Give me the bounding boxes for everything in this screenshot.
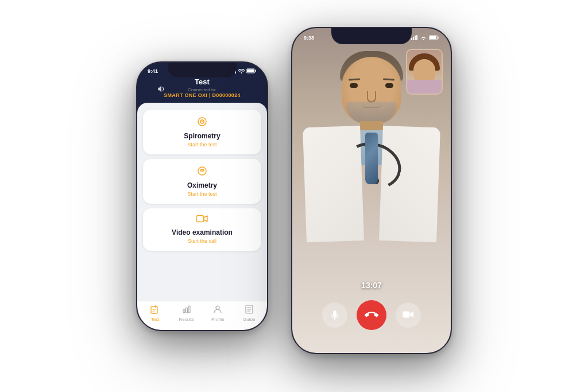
svg-rect-18 — [411, 38, 412, 40]
svg-rect-12 — [151, 306, 157, 313]
status-time-1: 9:41 — [148, 68, 158, 74]
app-content: Spirometry Start the test Oximetry Start… — [137, 103, 267, 301]
spirometry-title: Spirometry — [184, 132, 220, 140]
battery-icon-2 — [429, 35, 439, 40]
video-card[interactable]: Video examination Start the call — [143, 208, 261, 251]
coat-left — [303, 126, 364, 242]
oximetry-icon — [197, 166, 207, 178]
status-time-2: 9:38 — [304, 35, 314, 41]
mute-button[interactable] — [322, 302, 347, 328]
nav-guide[interactable]: Guide — [238, 305, 261, 322]
pip-body — [406, 80, 443, 95]
svg-point-10 — [202, 170, 203, 172]
call-time: 13:07 — [361, 281, 382, 290]
video-title: Video examination — [172, 228, 233, 236]
scene: 9:41 — [136, 38, 452, 354]
spirometry-sub: Start the test — [187, 142, 216, 148]
video-icon — [196, 215, 208, 226]
profile-nav-icon — [213, 305, 222, 316]
bottom-nav: Test Results — [137, 301, 267, 330]
profile-nav-label: Profile — [211, 317, 225, 322]
status-icons-2 — [411, 35, 439, 40]
phone-1-screen: 9:41 — [137, 63, 267, 330]
guide-nav-label: Guide — [243, 317, 255, 322]
signal-icon-2 — [411, 35, 418, 40]
svg-point-16 — [216, 306, 219, 309]
oximetry-card[interactable]: Oximetry Start the test — [143, 159, 261, 204]
phone-app: 9:41 — [136, 61, 268, 331]
nav-profile[interactable]: Profile — [206, 305, 229, 322]
doctor-eyes — [350, 83, 393, 88]
svg-rect-23 — [430, 36, 436, 39]
spirometry-icon — [197, 117, 207, 129]
oximetry-title: Oximetry — [187, 181, 217, 189]
spirometry-card[interactable]: Spirometry Start the test — [143, 110, 261, 154]
end-call-button[interactable] — [357, 300, 386, 330]
results-nav-label: Results — [179, 317, 194, 322]
test-nav-icon — [150, 305, 160, 316]
sound-icon — [157, 84, 166, 94]
svg-rect-11 — [197, 215, 204, 222]
notch-2 — [331, 28, 412, 44]
guide-nav-icon — [245, 305, 254, 316]
wifi-icon — [238, 69, 245, 73]
svg-rect-13 — [183, 309, 185, 313]
nav-test[interactable]: Test — [144, 305, 167, 322]
camera-button[interactable] — [396, 302, 421, 328]
svg-rect-21 — [416, 35, 417, 40]
notch-1 — [168, 63, 237, 77]
video-sub: Start the call — [188, 238, 216, 244]
svg-rect-14 — [185, 308, 187, 313]
nav-results[interactable]: Results — [175, 305, 198, 322]
pip-content — [407, 50, 442, 94]
svg-rect-19 — [413, 37, 414, 40]
battery-icon — [246, 68, 257, 73]
svg-rect-15 — [188, 306, 190, 313]
doctor-eyebrows — [349, 79, 394, 80]
doctor-nose — [367, 91, 376, 103]
phone-2-screen: 9:38 — [292, 28, 451, 353]
call-controls — [322, 300, 421, 330]
svg-rect-20 — [415, 36, 416, 40]
svg-rect-5 — [247, 69, 254, 72]
pip-window — [406, 49, 443, 95]
wifi-icon-2 — [420, 36, 427, 40]
doctor-tie — [365, 133, 378, 184]
test-nav-label: Test — [151, 317, 160, 322]
results-nav-icon — [182, 305, 191, 316]
phone-video: 9:38 — [291, 27, 452, 354]
oximetry-sub: Start the test — [187, 191, 216, 197]
svg-rect-24 — [403, 311, 410, 317]
svg-point-8 — [202, 121, 203, 122]
